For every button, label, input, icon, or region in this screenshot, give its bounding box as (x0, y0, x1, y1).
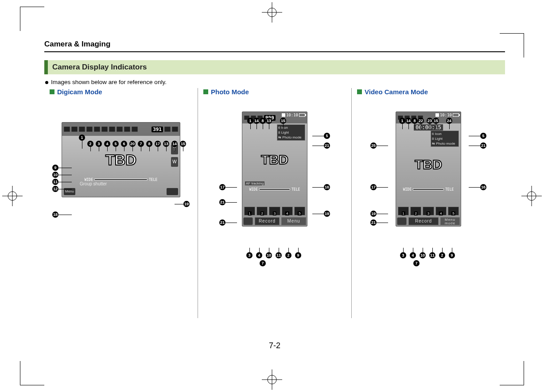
photo-screen: 999 10:10 6 Icon 8 Light ⇆ Photo mode TB… (242, 111, 307, 227)
left-softkey[interactable] (397, 217, 407, 225)
record-button[interactable]: Record (408, 217, 439, 225)
square-bullet-icon (357, 89, 362, 94)
callout-badge: 2 (285, 252, 291, 258)
mini-menu-item[interactable]: 8 Light (432, 136, 458, 141)
callout-lead (225, 223, 237, 223)
shot-counter: 391 (152, 127, 163, 132)
strip-item[interactable]: 1 (398, 207, 409, 215)
strip-item[interactable]: 2 (256, 207, 268, 215)
section-banner: Camera Display Indicators (44, 60, 505, 74)
mini-menu[interactable]: 6 Icon 8 Light ⇆ Photo mode (431, 131, 459, 147)
columns: Digicam Mode (44, 88, 505, 318)
softkey-row: Record Menu (242, 216, 307, 226)
callout-badge: 5 (113, 141, 119, 147)
mini-menu-item[interactable]: 6 Icon (278, 125, 304, 130)
indicator-icon (101, 127, 108, 132)
callout-lead (166, 147, 167, 151)
callout-lead (279, 248, 279, 252)
digicam-figure: 391 TBD T W WIDE TELE Group shutter (50, 122, 192, 246)
callout-badge: 5 (480, 133, 486, 139)
strip-item[interactable]: 4 (435, 207, 447, 215)
callout-badge: 17 (370, 184, 377, 190)
callout-badge: 3 (400, 252, 406, 258)
callout-lead (183, 147, 183, 151)
zoom-wide-button[interactable]: W (171, 157, 178, 167)
zoom-track[interactable] (94, 179, 148, 181)
mini-menu-item[interactable]: ⇆ Photo mode (278, 135, 304, 140)
indicator-icon (79, 127, 85, 132)
callout-lead (377, 146, 388, 146)
callout-badge: 19 (324, 211, 330, 217)
callout-lead (403, 248, 404, 252)
callout-badge: 23 (427, 118, 433, 124)
record-button[interactable]: Record (255, 217, 280, 225)
strip-num: 1 (248, 211, 251, 215)
strip-item[interactable]: 5 (294, 207, 305, 215)
right-softkey[interactable] (167, 188, 178, 195)
callout-lead (158, 147, 158, 151)
menu-mode-button[interactable]: Menumode (440, 217, 460, 225)
zoom-wide-label: WIDE (249, 188, 258, 192)
mode-label: mode (441, 222, 459, 225)
registration-mark-icon (262, 369, 282, 390)
callout-lead (449, 124, 450, 129)
callout-badge: 5 (324, 133, 330, 139)
callout-lead (175, 204, 183, 204)
callout-badge: 21 (324, 142, 330, 149)
strip-item[interactable]: 5 (448, 207, 459, 215)
indicator-icon (172, 127, 178, 132)
callout-badge: 7 (413, 260, 420, 266)
zoom-track[interactable] (259, 188, 290, 190)
callout-badge: 19 (370, 211, 377, 217)
square-bullet-icon (203, 89, 208, 94)
strip-num: 4 (439, 211, 443, 215)
digicam-screen: 391 TBD T W WIDE TELE Group shutter (62, 122, 180, 197)
callout-lead (442, 248, 443, 252)
callout-lead (132, 147, 133, 151)
callout-lead (175, 147, 175, 151)
icon-strip: 1 2 3 4 5 (242, 202, 307, 215)
callout-badge: 1 (79, 135, 85, 141)
left-softkey[interactable] (243, 217, 253, 225)
callout-badge: 4 (410, 252, 416, 258)
column-photo: Photo Mode 999 10:10 6 Icon (198, 88, 351, 318)
callout-lead (269, 248, 269, 252)
clock: 10:10 (435, 113, 459, 117)
mini-menu-item[interactable]: 8 Light (278, 130, 304, 135)
callout-badge: 3 (96, 141, 102, 147)
square-bullet-icon (50, 89, 54, 94)
placeholder-tbd: TBD (415, 157, 442, 172)
mini-menu[interactable]: 6 Icon 8 Light ⇆ Photo mode (277, 124, 305, 141)
callout-badge: 1 (399, 118, 405, 124)
callout-lead (116, 147, 116, 151)
callout-lead (259, 248, 260, 252)
strip-item[interactable]: 2 (410, 207, 421, 215)
strip-item[interactable]: 4 (282, 207, 293, 215)
callout-lead (90, 147, 91, 151)
strip-num: 3 (273, 211, 276, 215)
zoom-track[interactable] (413, 188, 444, 190)
note-text: Images shown below are for reference onl… (51, 79, 167, 85)
callout-lead (141, 147, 141, 151)
registration-mark-icon (262, 2, 282, 23)
callout-badge: 4 (104, 141, 110, 147)
mini-menu-item[interactable]: ⇆ Photo mode (432, 141, 458, 146)
callout-lead (312, 187, 324, 188)
menu-button[interactable]: Menu (281, 217, 306, 225)
callout-lead (225, 202, 237, 203)
strip-item[interactable]: 3 (423, 207, 434, 215)
callout-lead (58, 182, 72, 182)
callout-lead (58, 175, 72, 175)
page-number: 7-2 (269, 341, 280, 350)
strip-item[interactable]: 3 (269, 207, 280, 215)
indicator-icon (64, 127, 70, 132)
callout-badge: 16 (480, 184, 486, 190)
callout-badge: 7 (138, 141, 144, 147)
callout-lead (413, 248, 413, 252)
strip-num: 2 (260, 211, 264, 215)
mini-menu-item[interactable]: 6 Icon (432, 131, 458, 136)
mode-title: Digicam Mode (57, 88, 102, 96)
callout-lead (377, 187, 388, 188)
strip-item[interactable]: 1 (244, 207, 255, 215)
mode-title: Photo Mode (211, 88, 249, 96)
